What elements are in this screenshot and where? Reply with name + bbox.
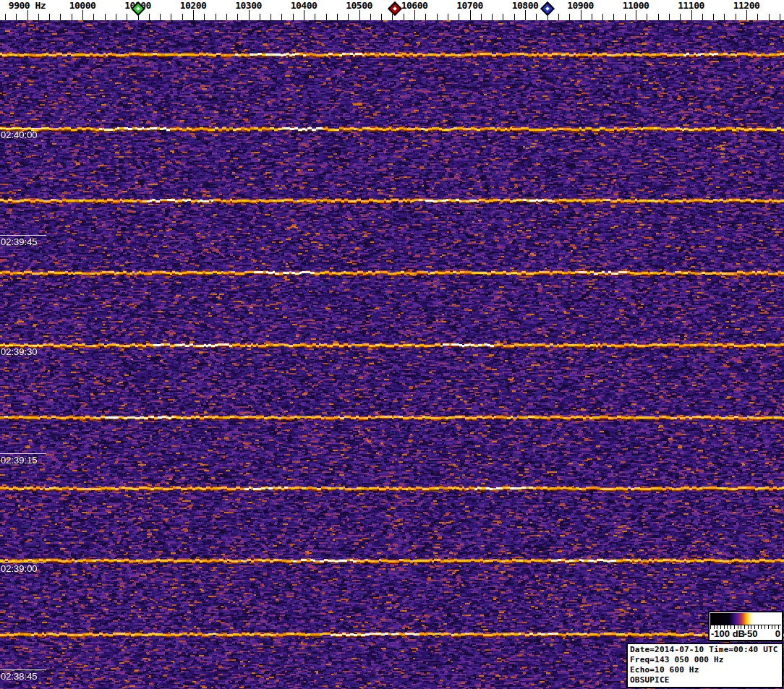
frequency-tick: [746, 10, 747, 20]
frequency-tick: [127, 14, 127, 20]
frequency-label: 10700: [456, 0, 483, 11]
legend-min-label: -100 dB: [711, 628, 745, 639]
frequency-tick: [293, 14, 294, 20]
frequency-tick: [381, 14, 382, 20]
info-station: OBSUPICE: [630, 675, 780, 685]
frequency-tick: [216, 14, 216, 20]
time-label: 02:38:45: [1, 671, 38, 682]
observation-info-box: Date=2014-07-10 Time=00:40 UTC Freq=143 …: [626, 643, 783, 688]
color-scale-legend: -100 dB -50 0: [708, 611, 783, 641]
frequency-tick: [38, 14, 39, 20]
frequency-tick: [448, 14, 448, 20]
time-label: 02:39:30: [1, 346, 38, 357]
frequency-tick: [492, 14, 493, 20]
time-label: 02:39:15: [1, 455, 38, 466]
frequency-tick: [149, 14, 150, 20]
frequency-tick: [204, 14, 205, 20]
frequency-tick: [769, 14, 770, 20]
frequency-tick: [116, 14, 116, 20]
marker-center-dot: [545, 7, 550, 11]
frequency-tick: [736, 14, 736, 20]
legend-mid-label: -50: [744, 628, 758, 639]
frequency-tick: [348, 14, 349, 20]
time-label: 02:39:45: [1, 236, 38, 247]
frequency-label: 11000: [623, 0, 649, 11]
frequency-tick: [171, 14, 171, 20]
frequency-tick: [16, 14, 17, 20]
frequency-tick: [193, 10, 194, 20]
frequency-tick: [613, 14, 614, 20]
time-label: 02:40:00: [1, 129, 38, 140]
frequency-label: 10500: [346, 0, 372, 11]
info-echo: Echo=10 600 Hz: [630, 665, 780, 675]
frequency-tick: [503, 14, 503, 20]
frequency-tick: [459, 14, 459, 20]
frequency-label: 10400: [291, 0, 318, 11]
frequency-tick: [93, 14, 94, 20]
frequency-label: 11200: [733, 0, 760, 11]
frequency-tick: [425, 14, 426, 20]
frequency-tick: [757, 14, 758, 20]
frequency-tick: [713, 14, 714, 20]
frequency-label: 10300: [235, 0, 262, 11]
frequency-tick: [780, 14, 780, 20]
frequency-tick: [260, 14, 260, 20]
frequency-tick: [337, 14, 338, 20]
marker-center-dot: [393, 7, 397, 11]
frequency-tick: [592, 14, 592, 20]
marker-red-diamond-icon[interactable]: [388, 1, 402, 16]
frequency-label: 9900 Hz: [9, 0, 46, 11]
frequency-tick: [569, 14, 570, 20]
frequency-tick: [82, 10, 83, 20]
frequency-tick: [304, 10, 304, 20]
frequency-tick: [481, 14, 482, 20]
frequency-tick: [525, 10, 526, 20]
frequency-tick: [691, 10, 692, 20]
frequency-tick: [182, 14, 183, 20]
frequency-tick: [27, 10, 28, 20]
waterfall-canvas[interactable]: [0, 20, 784, 689]
frequency-tick: [658, 14, 659, 20]
frequency-tick: [160, 14, 161, 20]
frequency-label: 10600: [401, 0, 428, 11]
frequency-tick: [702, 14, 703, 20]
frequency-tick: [437, 14, 438, 20]
color-gradient-bar: [710, 613, 781, 625]
frequency-tick: [359, 10, 360, 20]
frequency-tick: [514, 14, 515, 20]
frequency-tick: [647, 14, 647, 20]
frequency-ruler[interactable]: 9900 Hz100001010010200103001040010500106…: [0, 0, 784, 20]
frequency-tick: [581, 10, 581, 20]
frequency-tick: [326, 14, 327, 20]
frequency-tick: [370, 14, 371, 20]
frequency-tick: [404, 14, 404, 20]
frequency-tick: [5, 14, 6, 20]
frequency-tick: [602, 14, 603, 20]
marker-center-dot: [136, 7, 140, 11]
frequency-label: 10900: [567, 0, 594, 11]
frequency-tick: [270, 14, 271, 20]
frequency-label: 10200: [180, 0, 207, 11]
frequency-label: 11100: [678, 0, 704, 11]
frequency-tick: [625, 14, 626, 20]
frequency-tick: [414, 10, 415, 20]
frequency-tick: [249, 10, 250, 20]
spectrogram-window: 9900 Hz100001010010200103001040010500106…: [0, 0, 784, 689]
frequency-tick: [470, 10, 471, 20]
frequency-tick: [680, 14, 681, 20]
color-scale-labels: -100 dB -50 0: [710, 629, 782, 640]
frequency-tick: [226, 14, 227, 20]
frequency-tick: [636, 10, 636, 20]
frequency-tick: [536, 14, 537, 20]
frequency-tick: [281, 14, 282, 20]
frequency-label: 10800: [512, 0, 539, 11]
marker-blue-diamond-icon[interactable]: [540, 1, 555, 16]
frequency-tick: [72, 14, 72, 20]
frequency-tick: [392, 14, 393, 20]
legend-max-label: 0: [775, 628, 780, 639]
time-label: 02:39:00: [1, 563, 38, 574]
frequency-tick: [49, 14, 50, 20]
frequency-tick: [669, 14, 670, 20]
frequency-tick: [237, 14, 238, 20]
frequency-tick: [724, 14, 725, 20]
